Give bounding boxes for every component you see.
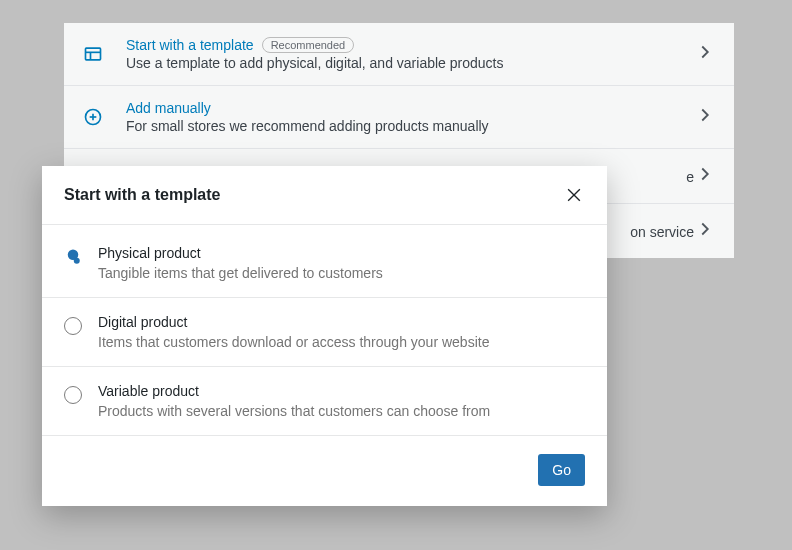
option-description: For small stores we recommend adding pro… (126, 118, 694, 134)
modal-option-title: Digital product (98, 314, 585, 330)
close-icon[interactable] (563, 184, 585, 206)
selected-radio-icon (64, 248, 82, 266)
recommended-badge: Recommended (262, 37, 355, 53)
modal-option-body: Variable product Products with several v… (98, 383, 585, 419)
modal-option-description: Items that customers download or access … (98, 334, 585, 350)
modal-option-body: Digital product Items that customers dow… (98, 314, 585, 350)
option-title: Start with a template (126, 37, 254, 53)
modal-option-description: Products with several versions that cust… (98, 403, 585, 419)
modal-option-title: Physical product (98, 245, 585, 261)
modal-option-body: Physical product Tangible items that get… (98, 245, 585, 281)
modal-option-title: Variable product (98, 383, 585, 399)
chevron-right-icon (694, 218, 716, 244)
svg-point-9 (74, 258, 80, 264)
radio-unchecked-icon[interactable] (64, 317, 82, 335)
option-title: Add manually (126, 100, 211, 116)
chevron-right-icon (694, 104, 716, 130)
modal-option-description: Tangible items that get delivered to cus… (98, 265, 585, 281)
modal-option-digital[interactable]: Digital product Items that customers dow… (42, 298, 607, 367)
modal-option-physical[interactable]: Physical product Tangible items that get… (42, 225, 607, 298)
option-body: Add manually For small stores we recomme… (126, 100, 694, 134)
template-icon (82, 43, 104, 65)
modal-header: Start with a template (42, 166, 607, 225)
modal-option-variable[interactable]: Variable product Products with several v… (42, 367, 607, 436)
modal-title: Start with a template (64, 186, 220, 204)
option-template[interactable]: Start with a template Recommended Use a … (64, 23, 734, 86)
chevron-right-icon (694, 163, 716, 189)
svg-rect-0 (86, 48, 101, 60)
option-body: Start with a template Recommended Use a … (126, 37, 694, 71)
radio-unchecked-icon[interactable] (64, 386, 82, 404)
template-modal: Start with a template Physical product T… (42, 166, 607, 506)
go-button[interactable]: Go (538, 454, 585, 486)
chevron-right-icon (694, 41, 716, 67)
plus-circle-icon (82, 106, 104, 128)
option-description: Use a template to add physical, digital,… (126, 55, 694, 71)
modal-footer: Go (42, 436, 607, 506)
option-manual[interactable]: Add manually For small stores we recomme… (64, 86, 734, 149)
